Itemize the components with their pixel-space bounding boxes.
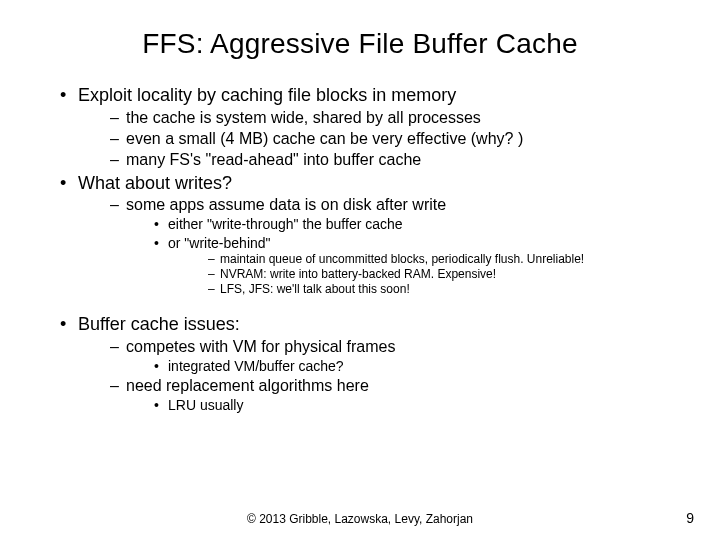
bullet-lvl2: some apps assume data is on disk after w… <box>110 195 690 297</box>
bullet-list: Exploit locality by caching file blocks … <box>30 84 690 297</box>
sublist: either "write-through" the buffer cache … <box>126 216 690 297</box>
bullet-lvl2: even a small (4 MB) cache can be very ef… <box>110 129 690 149</box>
bullet-list: Buffer cache issues: competes with VM fo… <box>30 313 690 415</box>
bullet-lvl2: need replacement algorithms here LRU usu… <box>110 376 690 415</box>
bullet-text: or "write-behind" <box>168 235 271 251</box>
sublist: integrated VM/buffer cache? <box>126 358 690 376</box>
bullet-text: Exploit locality by caching file blocks … <box>78 85 456 105</box>
bullet-lvl4: maintain queue of uncommitted blocks, pe… <box>208 252 690 267</box>
sublist: LRU usually <box>126 397 690 415</box>
slide-title: FFS: Aggressive File Buffer Cache <box>30 28 690 60</box>
bullet-lvl3: or "write-behind" maintain queue of unco… <box>154 235 690 298</box>
bullet-lvl1: Exploit locality by caching file blocks … <box>60 84 690 170</box>
bullet-lvl4: LFS, JFS: we'll talk about this soon! <box>208 282 690 297</box>
slide: FFS: Aggressive File Buffer Cache Exploi… <box>0 0 720 540</box>
footer-copyright: © 2013 Gribble, Lazowska, Levy, Zahorjan <box>0 512 720 526</box>
bullet-text: Buffer cache issues: <box>78 314 240 334</box>
sublist: maintain queue of uncommitted blocks, pe… <box>168 252 690 297</box>
sublist: some apps assume data is on disk after w… <box>78 195 690 297</box>
sublist: competes with VM for physical frames int… <box>78 337 690 415</box>
bullet-text: What about writes? <box>78 173 232 193</box>
bullet-lvl1: What about writes? some apps assume data… <box>60 172 690 298</box>
bullet-lvl2: the cache is system wide, shared by all … <box>110 108 690 128</box>
sublist: the cache is system wide, shared by all … <box>78 108 690 170</box>
bullet-text: some apps assume data is on disk after w… <box>126 196 446 213</box>
bullet-lvl4: NVRAM: write into battery-backed RAM. Ex… <box>208 267 690 282</box>
bullet-lvl1: Buffer cache issues: competes with VM fo… <box>60 313 690 415</box>
bullet-lvl2: many FS's "read-ahead" into buffer cache <box>110 150 690 170</box>
bullet-lvl2: competes with VM for physical frames int… <box>110 337 690 376</box>
bullet-text: need replacement algorithms here <box>126 377 369 394</box>
bullet-text: competes with VM for physical frames <box>126 338 395 355</box>
bullet-lvl3: either "write-through" the buffer cache <box>154 216 690 234</box>
bullet-lvl3: integrated VM/buffer cache? <box>154 358 690 376</box>
bullet-lvl3: LRU usually <box>154 397 690 415</box>
page-number: 9 <box>686 510 694 526</box>
spacer <box>30 299 690 311</box>
